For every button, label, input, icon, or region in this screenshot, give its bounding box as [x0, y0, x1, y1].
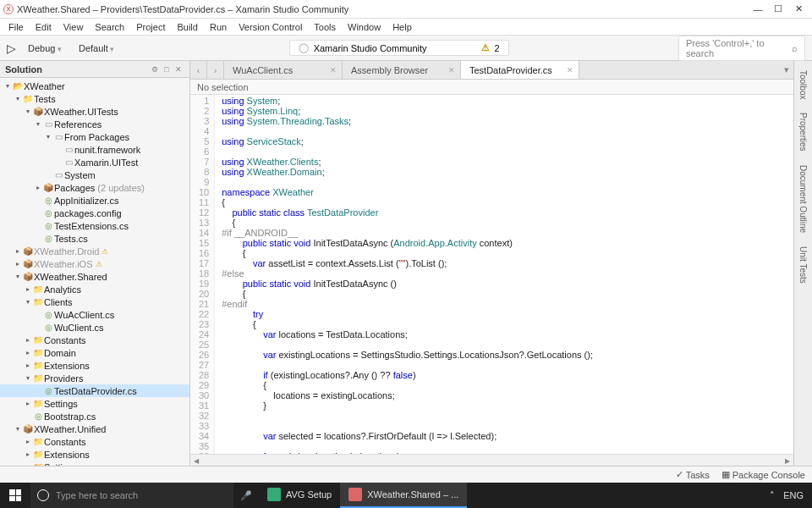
- tree-node[interactable]: ▾📂XWeather: [0, 80, 189, 92]
- panel-collapse-button[interactable]: □: [161, 65, 173, 74]
- solution-tree[interactable]: ▾📂XWeather▾📁Tests▾📦XWeather.UITests▾▭Ref…: [0, 78, 189, 466]
- tree-node[interactable]: ▸📁Analytics: [0, 283, 189, 295]
- tree-twisty-icon[interactable]: ▾: [14, 95, 22, 102]
- menu-project[interactable]: Project: [131, 20, 170, 34]
- tree-node[interactable]: ▸📦XWeather.iOS⚠: [0, 257, 189, 270]
- tree-node[interactable]: ▸📁Constants: [0, 334, 189, 346]
- tree-twisty-icon[interactable]: ▸: [24, 285, 32, 293]
- tree-node[interactable]: ◎Bootstrap.cs: [0, 410, 189, 422]
- tab-close-icon[interactable]: ✕: [330, 66, 337, 75]
- taskbar-app[interactable]: XWeather.Shared – ...: [340, 483, 467, 508]
- tree-node[interactable]: ◎TestDataProvider.cs: [0, 384, 189, 397]
- tree-twisty-icon[interactable]: ▾: [34, 120, 42, 128]
- tree-node[interactable]: ◎WuAcClient.cs: [0, 308, 189, 321]
- tree-twisty-icon[interactable]: ▸: [14, 260, 22, 268]
- tree-node[interactable]: ▾📁Tests: [0, 92, 189, 105]
- tree-node[interactable]: ▭Xamarin.UITest: [0, 156, 189, 168]
- panel-close-button[interactable]: ✕: [173, 65, 184, 74]
- code-editor[interactable]: 1234567891011121314151617181920212223242…: [190, 95, 793, 454]
- tree-node[interactable]: ▭nunit.framework: [0, 143, 189, 156]
- tree-node[interactable]: ◎Tests.cs: [0, 232, 189, 245]
- tree-node[interactable]: ▾▭From Packages: [0, 130, 189, 143]
- menu-window[interactable]: Window: [343, 20, 386, 34]
- target-combo[interactable]: Default: [74, 41, 119, 55]
- mic-icon[interactable]: 🎤: [233, 490, 259, 501]
- tree-node[interactable]: ▾📁Clients: [0, 295, 189, 308]
- tree-node[interactable]: ▾📦XWeather.Unified: [0, 422, 189, 435]
- menu-help[interactable]: Help: [387, 20, 417, 34]
- tree-twisty-icon[interactable]: ▸: [14, 247, 22, 255]
- tree-twisty-icon[interactable]: ▸: [34, 184, 42, 191]
- editor-hscroll[interactable]: ◀ ▶: [190, 454, 793, 466]
- tree-node[interactable]: ▾▭References: [0, 118, 189, 130]
- tree-node[interactable]: ▾📦XWeather.UITests: [0, 105, 189, 118]
- tree-node[interactable]: ▸📁Extensions: [0, 448, 189, 461]
- tree-twisty-icon[interactable]: ▸: [24, 400, 32, 407]
- nav-forward-button[interactable]: ›: [207, 61, 224, 79]
- menu-build[interactable]: Build: [172, 20, 202, 34]
- warning-count[interactable]: 2: [495, 43, 500, 53]
- tab-close-icon[interactable]: ✕: [567, 66, 573, 75]
- tree-node[interactable]: ◎AppInitializer.cs: [0, 194, 189, 207]
- breadcrumb[interactable]: No selection: [190, 80, 793, 95]
- tree-node[interactable]: ▾📁Providers: [0, 372, 189, 384]
- close-button[interactable]: ✕: [788, 3, 809, 14]
- tree-node[interactable]: ▸📁Extensions: [0, 359, 189, 372]
- rail-tab-unit-tests[interactable]: Unit Tests: [796, 240, 810, 290]
- menu-version-control[interactable]: Version Control: [233, 20, 307, 34]
- tree-twisty-icon[interactable]: ▾: [24, 108, 32, 115]
- panel-options-button[interactable]: ⚙: [149, 65, 161, 74]
- menu-file[interactable]: File: [3, 20, 29, 34]
- maximize-button[interactable]: ☐: [768, 3, 788, 14]
- nav-back-button[interactable]: ‹: [190, 61, 207, 79]
- menu-view[interactable]: View: [58, 20, 89, 34]
- menu-edit[interactable]: Edit: [30, 20, 57, 34]
- tree-twisty-icon[interactable]: ▸: [24, 336, 32, 344]
- tree-node[interactable]: ◎packages.config: [0, 207, 189, 219]
- tree-node[interactable]: ▸📁Settings: [0, 397, 189, 410]
- tasks-button[interactable]: ✓ Tasks: [676, 469, 710, 480]
- code-text[interactable]: using System;using System.Linq;using Sys…: [215, 95, 600, 454]
- tray-expand-icon[interactable]: ˄: [770, 490, 775, 501]
- tab-overflow-button[interactable]: ▾: [780, 61, 793, 79]
- tree-node[interactable]: ▸📁Constants: [0, 435, 189, 448]
- tree-twisty-icon[interactable]: ▸: [24, 349, 32, 356]
- menu-run[interactable]: Run: [205, 20, 232, 34]
- start-button[interactable]: [0, 483, 30, 508]
- tree-twisty-icon[interactable]: ▾: [3, 82, 12, 90]
- run-button[interactable]: ▷: [7, 41, 16, 55]
- tree-twisty-icon[interactable]: ▸: [24, 362, 32, 369]
- tree-twisty-icon[interactable]: ▸: [24, 438, 32, 445]
- tab-close-icon[interactable]: ✕: [448, 66, 455, 75]
- rail-tab-toolbox[interactable]: Toolbox: [796, 64, 810, 105]
- tree-node[interactable]: ▸📁Domain: [0, 346, 189, 359]
- tree-node[interactable]: ▸📦Packages(2 updates): [0, 181, 189, 194]
- rail-tab-properties[interactable]: Properties: [796, 107, 810, 157]
- menu-search[interactable]: Search: [90, 20, 129, 34]
- tree-node[interactable]: ◎TestExtensions.cs: [0, 219, 189, 232]
- scroll-right-button[interactable]: ▶: [782, 455, 793, 467]
- tree-twisty-icon[interactable]: ▾: [14, 273, 22, 280]
- system-tray[interactable]: ˄ ENG: [761, 490, 812, 501]
- global-search[interactable]: Press 'Control+,' to search ⌕: [678, 36, 805, 61]
- taskbar-search[interactable]: Type here to search: [30, 483, 233, 508]
- warning-icon[interactable]: ⚠: [481, 42, 490, 53]
- minimize-button[interactable]: —: [748, 4, 768, 14]
- editor-tab[interactable]: TestDataProvider.cs✕: [461, 61, 579, 79]
- tree-twisty-icon[interactable]: ▾: [14, 425, 22, 433]
- tree-node[interactable]: ◎WuClient.cs: [0, 321, 189, 334]
- tray-lang[interactable]: ENG: [783, 490, 804, 500]
- editor-tab[interactable]: Assembly Browser✕: [343, 61, 461, 79]
- tree-twisty-icon[interactable]: ▸: [24, 450, 32, 458]
- scroll-left-button[interactable]: ◀: [190, 455, 202, 467]
- tree-node[interactable]: ▸📦XWeather.Droid⚠: [0, 245, 189, 257]
- rail-tab-document-outline[interactable]: Document Outline: [796, 159, 810, 239]
- taskbar-app[interactable]: AVG Setup: [259, 483, 340, 508]
- menu-tools[interactable]: Tools: [309, 20, 341, 34]
- tree-node[interactable]: ▾📦XWeather.Shared: [0, 270, 189, 283]
- config-combo[interactable]: Debug: [23, 41, 67, 55]
- tree-twisty-icon[interactable]: ▾: [24, 374, 32, 382]
- tree-twisty-icon[interactable]: ▾: [24, 298, 32, 306]
- package-console-button[interactable]: ▦ Package Console: [721, 469, 805, 480]
- tree-node[interactable]: ▭System: [0, 168, 189, 181]
